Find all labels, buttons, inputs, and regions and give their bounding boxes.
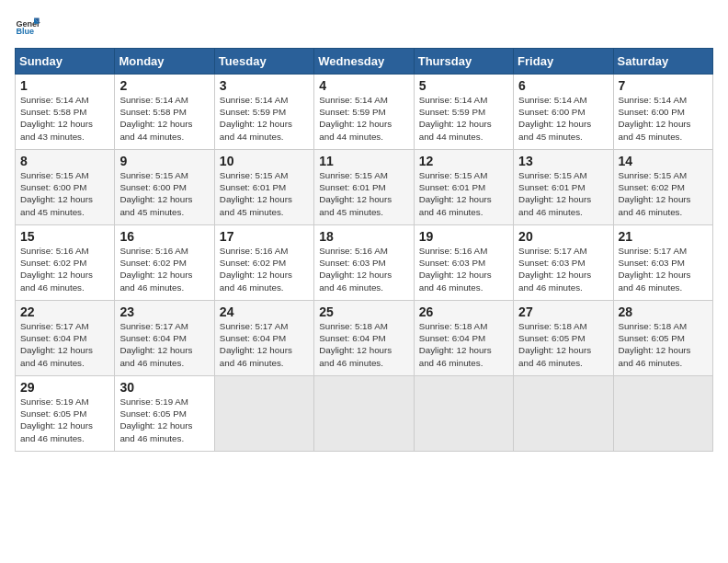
day-number: 14 xyxy=(619,154,708,168)
day-number: 22 xyxy=(20,304,109,319)
day-info: Sunrise: 5:16 AM Sunset: 6:03 PM Dayligh… xyxy=(319,245,408,293)
calendar-week-row: 22Sunrise: 5:17 AM Sunset: 6:04 PM Dayli… xyxy=(16,301,713,376)
day-number: 19 xyxy=(419,229,508,244)
day-info: Sunrise: 5:14 AM Sunset: 6:00 PM Dayligh… xyxy=(619,94,708,143)
column-header-sunday: Sunday xyxy=(16,49,115,75)
calendar-body: 1Sunrise: 5:14 AM Sunset: 5:58 PM Daylig… xyxy=(16,75,713,452)
day-info: Sunrise: 5:14 AM Sunset: 5:58 PM Dayligh… xyxy=(20,94,109,143)
day-number: 20 xyxy=(518,229,608,244)
day-number: 7 xyxy=(619,78,708,93)
day-info: Sunrise: 5:17 AM Sunset: 6:04 PM Dayligh… xyxy=(20,320,109,369)
day-number: 15 xyxy=(20,229,109,244)
day-number: 2 xyxy=(119,78,209,93)
calendar-cell: 10Sunrise: 5:15 AM Sunset: 6:01 PM Dayli… xyxy=(214,150,313,225)
calendar-cell: 4Sunrise: 5:14 AM Sunset: 5:59 PM Daylig… xyxy=(314,75,414,150)
calendar-cell: 3Sunrise: 5:14 AM Sunset: 5:59 PM Daylig… xyxy=(214,75,313,150)
calendar-cell: 25Sunrise: 5:18 AM Sunset: 6:04 PM Dayli… xyxy=(314,301,414,376)
calendar-cell: 1Sunrise: 5:14 AM Sunset: 5:58 PM Daylig… xyxy=(16,75,115,150)
day-info: Sunrise: 5:17 AM Sunset: 6:04 PM Dayligh… xyxy=(119,320,209,369)
day-info: Sunrise: 5:14 AM Sunset: 5:58 PM Dayligh… xyxy=(119,94,209,143)
day-number: 10 xyxy=(220,154,309,168)
calendar-cell xyxy=(613,376,712,452)
calendar-cell: 9Sunrise: 5:15 AM Sunset: 6:00 PM Daylig… xyxy=(115,150,214,225)
day-info: Sunrise: 5:18 AM Sunset: 6:05 PM Dayligh… xyxy=(518,320,608,369)
calendar-cell: 14Sunrise: 5:15 AM Sunset: 6:02 PM Dayli… xyxy=(613,150,712,225)
day-number: 5 xyxy=(419,78,508,93)
day-info: Sunrise: 5:16 AM Sunset: 6:02 PM Dayligh… xyxy=(20,245,109,293)
calendar-header-row: SundayMondayTuesdayWednesdayThursdayFrid… xyxy=(16,49,713,75)
calendar-cell xyxy=(214,376,313,452)
day-info: Sunrise: 5:14 AM Sunset: 5:59 PM Dayligh… xyxy=(220,94,309,143)
calendar-week-row: 8Sunrise: 5:15 AM Sunset: 6:00 PM Daylig… xyxy=(16,150,713,225)
calendar-week-row: 15Sunrise: 5:16 AM Sunset: 6:02 PM Dayli… xyxy=(16,225,713,301)
day-info: Sunrise: 5:19 AM Sunset: 6:05 PM Dayligh… xyxy=(119,396,209,444)
calendar-cell: 12Sunrise: 5:15 AM Sunset: 6:01 PM Dayli… xyxy=(414,150,513,225)
day-number: 18 xyxy=(319,229,408,244)
day-info: Sunrise: 5:17 AM Sunset: 6:03 PM Dayligh… xyxy=(619,245,708,293)
day-info: Sunrise: 5:15 AM Sunset: 6:00 PM Dayligh… xyxy=(119,169,209,218)
day-number: 1 xyxy=(20,78,109,93)
column-header-friday: Friday xyxy=(514,49,613,75)
calendar-cell: 23Sunrise: 5:17 AM Sunset: 6:04 PM Dayli… xyxy=(115,301,214,376)
calendar-cell: 27Sunrise: 5:18 AM Sunset: 6:05 PM Dayli… xyxy=(514,301,613,376)
day-info: Sunrise: 5:14 AM Sunset: 6:00 PM Dayligh… xyxy=(518,94,608,143)
day-info: Sunrise: 5:15 AM Sunset: 6:01 PM Dayligh… xyxy=(518,169,608,218)
calendar-table: SundayMondayTuesdayWednesdayThursdayFrid… xyxy=(15,48,713,452)
day-info: Sunrise: 5:16 AM Sunset: 6:02 PM Dayligh… xyxy=(119,245,209,293)
day-info: Sunrise: 5:17 AM Sunset: 6:04 PM Dayligh… xyxy=(220,320,309,369)
day-info: Sunrise: 5:14 AM Sunset: 5:59 PM Dayligh… xyxy=(319,94,408,143)
day-info: Sunrise: 5:19 AM Sunset: 6:05 PM Dayligh… xyxy=(20,396,109,444)
day-info: Sunrise: 5:18 AM Sunset: 6:04 PM Dayligh… xyxy=(319,320,408,369)
calendar-cell: 26Sunrise: 5:18 AM Sunset: 6:04 PM Dayli… xyxy=(414,301,513,376)
day-info: Sunrise: 5:15 AM Sunset: 6:01 PM Dayligh… xyxy=(220,169,309,218)
day-number: 11 xyxy=(319,154,408,168)
calendar-cell: 20Sunrise: 5:17 AM Sunset: 6:03 PM Dayli… xyxy=(514,225,613,301)
calendar-cell: 5Sunrise: 5:14 AM Sunset: 5:59 PM Daylig… xyxy=(414,75,513,150)
svg-text:Blue: Blue xyxy=(16,27,34,36)
calendar-cell: 11Sunrise: 5:15 AM Sunset: 6:01 PM Dayli… xyxy=(314,150,414,225)
day-number: 27 xyxy=(518,304,608,319)
logo: General Blue xyxy=(15,15,40,40)
day-info: Sunrise: 5:17 AM Sunset: 6:03 PM Dayligh… xyxy=(518,245,608,293)
calendar-cell: 2Sunrise: 5:14 AM Sunset: 5:58 PM Daylig… xyxy=(115,75,214,150)
calendar-cell: 24Sunrise: 5:17 AM Sunset: 6:04 PM Dayli… xyxy=(214,301,313,376)
calendar-cell: 6Sunrise: 5:14 AM Sunset: 6:00 PM Daylig… xyxy=(514,75,613,150)
day-info: Sunrise: 5:15 AM Sunset: 6:01 PM Dayligh… xyxy=(319,169,408,218)
calendar-cell: 28Sunrise: 5:18 AM Sunset: 6:05 PM Dayli… xyxy=(613,301,712,376)
calendar-cell: 13Sunrise: 5:15 AM Sunset: 6:01 PM Dayli… xyxy=(514,150,613,225)
calendar-cell: 22Sunrise: 5:17 AM Sunset: 6:04 PM Dayli… xyxy=(16,301,115,376)
calendar-week-row: 1Sunrise: 5:14 AM Sunset: 5:58 PM Daylig… xyxy=(16,75,713,150)
day-number: 26 xyxy=(419,304,508,319)
day-number: 6 xyxy=(518,78,608,93)
day-info: Sunrise: 5:18 AM Sunset: 6:05 PM Dayligh… xyxy=(619,320,708,369)
day-number: 4 xyxy=(319,78,408,93)
column-header-thursday: Thursday xyxy=(414,49,513,75)
calendar-cell: 19Sunrise: 5:16 AM Sunset: 6:03 PM Dayli… xyxy=(414,225,513,301)
column-header-tuesday: Tuesday xyxy=(214,49,313,75)
day-number: 3 xyxy=(220,78,309,93)
column-header-wednesday: Wednesday xyxy=(314,49,414,75)
calendar-cell: 15Sunrise: 5:16 AM Sunset: 6:02 PM Dayli… xyxy=(16,225,115,301)
calendar-cell: 30Sunrise: 5:19 AM Sunset: 6:05 PM Dayli… xyxy=(115,376,214,452)
day-number: 13 xyxy=(518,154,608,168)
day-number: 28 xyxy=(619,304,708,319)
day-info: Sunrise: 5:15 AM Sunset: 6:01 PM Dayligh… xyxy=(419,169,508,218)
calendar-cell: 8Sunrise: 5:15 AM Sunset: 6:00 PM Daylig… xyxy=(16,150,115,225)
column-header-monday: Monday xyxy=(115,49,214,75)
day-number: 30 xyxy=(119,380,209,395)
calendar-cell xyxy=(414,376,513,452)
calendar-cell: 7Sunrise: 5:14 AM Sunset: 6:00 PM Daylig… xyxy=(613,75,712,150)
day-number: 29 xyxy=(20,380,109,395)
calendar-cell xyxy=(514,376,613,452)
day-number: 24 xyxy=(220,304,309,319)
calendar-cell: 16Sunrise: 5:16 AM Sunset: 6:02 PM Dayli… xyxy=(115,225,214,301)
page-header: General Blue xyxy=(15,15,713,40)
calendar-cell: 21Sunrise: 5:17 AM Sunset: 6:03 PM Dayli… xyxy=(613,225,712,301)
calendar-cell: 29Sunrise: 5:19 AM Sunset: 6:05 PM Dayli… xyxy=(16,376,115,452)
logo-icon: General Blue xyxy=(15,15,40,40)
day-info: Sunrise: 5:16 AM Sunset: 6:03 PM Dayligh… xyxy=(419,245,508,293)
day-info: Sunrise: 5:15 AM Sunset: 6:02 PM Dayligh… xyxy=(619,169,708,218)
day-info: Sunrise: 5:14 AM Sunset: 5:59 PM Dayligh… xyxy=(419,94,508,143)
day-number: 25 xyxy=(319,304,408,319)
calendar-cell: 17Sunrise: 5:16 AM Sunset: 6:02 PM Dayli… xyxy=(214,225,313,301)
